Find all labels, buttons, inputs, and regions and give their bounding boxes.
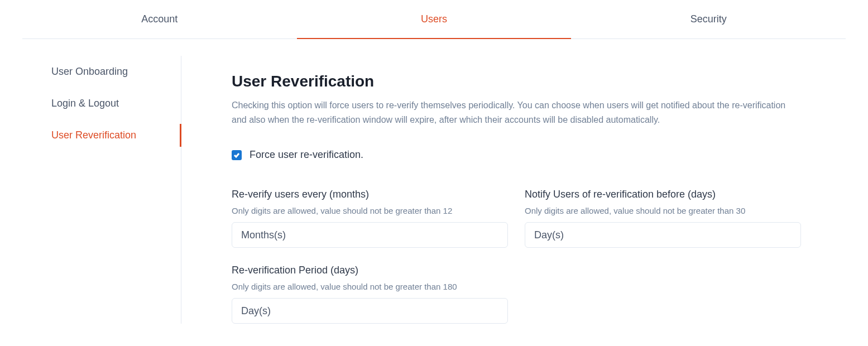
field-label: Re-verification Period (days) — [232, 265, 508, 276]
reverify-every-input[interactable] — [232, 222, 508, 248]
force-reverify-row: Force user re-verification. — [232, 149, 823, 161]
force-reverify-label: Force user re-verification. — [250, 149, 363, 161]
sidebar-item-onboarding[interactable]: User Onboarding — [22, 56, 181, 88]
sidebar-item-reverification[interactable]: User Reverification — [22, 119, 181, 151]
section-desc: Checking this option will force users to… — [232, 98, 801, 127]
field-reverify-every: Re-verify users every (months) Only digi… — [232, 189, 508, 248]
force-reverify-checkbox[interactable] — [232, 150, 242, 160]
main-content: User Onboarding Login & Logout User Reve… — [0, 56, 868, 324]
check-icon — [233, 152, 240, 158]
notify-before-input[interactable] — [525, 222, 801, 248]
form-grid: Re-verify users every (months) Only digi… — [232, 189, 823, 324]
content-area: User Reverification Checking this option… — [181, 56, 846, 324]
top-tabs: Account Users Security — [22, 0, 846, 39]
tab-users[interactable]: Users — [297, 0, 572, 39]
field-help: Only digits are allowed, value should no… — [232, 206, 508, 215]
field-label: Re-verify users every (months) — [232, 189, 508, 200]
tab-account[interactable]: Account — [22, 0, 297, 39]
field-notify-before: Notify Users of re-verification before (… — [525, 189, 801, 248]
field-help: Only digits are allowed, value should no… — [525, 206, 801, 215]
field-label: Notify Users of re-verification before (… — [525, 189, 801, 200]
field-help: Only digits are allowed, value should no… — [232, 282, 508, 291]
section-title: User Reverification — [232, 73, 823, 90]
reverify-period-input[interactable] — [232, 298, 508, 324]
tab-security[interactable]: Security — [571, 0, 846, 39]
sidebar: User Onboarding Login & Logout User Reve… — [22, 56, 181, 324]
field-reverify-period: Re-verification Period (days) Only digit… — [232, 265, 508, 324]
sidebar-item-login-logout[interactable]: Login & Logout — [22, 88, 181, 119]
